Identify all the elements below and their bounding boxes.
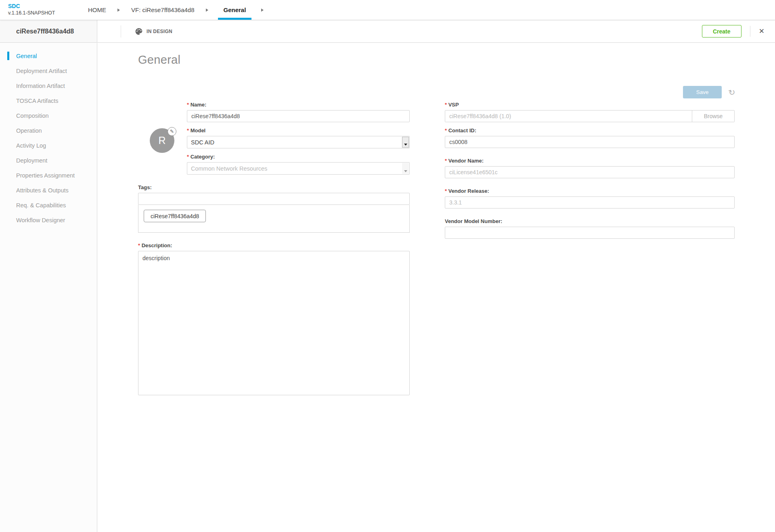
lifecycle-state-label: IN DESIGN [147,29,172,34]
breadcrumb-vf[interactable]: VF: ciRese7ff8436a4d8 [130,0,196,20]
sidebar-item-workflow-designer[interactable]: Workflow Designer [0,213,97,227]
vendor-name-label: Vendor Name: [445,158,735,164]
avatar-edit-icon[interactable]: ✎ [168,127,176,136]
name-input[interactable] [187,110,410,122]
vendor-model-number-field-group: Vendor Model Number: [445,218,735,239]
contact-id-label: Contact ID: [445,127,735,134]
vendor-release-input[interactable] [445,196,735,209]
avatar-letter: R [158,135,165,146]
sidebar-item-properties-assignment[interactable]: Properties Assignment [0,168,97,183]
sidebar-item-req-capabilities[interactable]: Req. & Capabilities [0,198,97,213]
vsp-label: VSP [445,102,735,108]
model-selected-value: SDC AID [191,139,214,146]
vendor-release-label: Vendor Release: [445,188,735,194]
category-field-group: Category: Common Network Resources [187,154,410,175]
vendor-model-number-input[interactable] [445,227,735,239]
contact-id-field-group: Contact ID: [445,127,735,148]
divider [121,25,121,38]
sidebar-item-attributes-outputs[interactable]: Attributes & Outputs [0,183,97,198]
description-label: Description: [138,242,410,248]
breadcrumb-general-active[interactable]: General [218,0,252,20]
contact-id-input[interactable] [445,136,735,148]
in-design-palette-icon [135,27,143,35]
entity-name: ciRese7ff8436a4d8 [16,28,74,35]
model-select[interactable]: SDC AID [187,136,410,148]
chevron-down-icon [402,163,409,174]
browse-button[interactable]: Browse [692,111,734,122]
form-right-column: VSP Browse Contact ID: Vendor Name: Vend… [445,102,735,402]
sidebar-item-deployment-artifact[interactable]: Deployment Artifact [0,63,97,78]
save-row: Save ↻ [683,86,735,98]
sidebar-item-activity-log[interactable]: Activity Log [0,138,97,153]
general-form: R ✎ Name: Model SDC AID [138,102,735,402]
tags-chip-area: ciRese7ff8436a4d8 [138,205,410,233]
chevron-down-icon [402,137,409,148]
breadcrumb: HOME VF: ciRese7ff8436a4d8 General [86,0,273,20]
tag-chip[interactable]: ciRese7ff8436a4d8 [144,210,206,222]
vendor-name-input[interactable] [445,166,735,178]
sdc-version: v.1.16.1-SNAPSHOT [8,10,55,17]
model-field-group: Model SDC AID [187,127,410,148]
sdc-app: SDC v.1.16.1-SNAPSHOT HOME VF: ciRese7ff… [0,0,775,532]
breadcrumb-arrow-icon [261,0,264,20]
vendor-name-field-group: Vendor Name: [445,158,735,178]
tags-input[interactable] [138,193,410,205]
tags-label: Tags: [138,184,410,190]
sdc-logo-name: SDC [8,3,55,10]
model-label: Model [187,127,410,134]
create-button[interactable]: Create [702,25,741,38]
category-label: Category: [187,154,410,160]
entity-header-right: IN DESIGN Create ✕ [97,20,775,42]
sidebar-item-composition[interactable]: Composition [0,108,97,123]
breadcrumb-arrow-icon [206,0,208,20]
description-textarea[interactable] [138,251,410,395]
sidebar-item-general[interactable]: General [0,48,97,63]
name-label: Name: [187,102,410,108]
description-field-group: Description: [138,242,410,397]
sdc-logo: SDC v.1.16.1-SNAPSHOT [8,3,55,16]
sidebar-item-tosca-artifacts[interactable]: TOSCA Artifacts [0,93,97,108]
sidebar-item-deployment[interactable]: Deployment [0,153,97,168]
close-icon[interactable]: ✕ [759,27,765,35]
vendor-release-field-group: Vendor Release: [445,188,735,209]
main-content: General Save ↻ R ✎ Name: Model [98,43,775,532]
form-left-column: R ✎ Name: Model SDC AID [138,102,410,402]
avatar: R ✎ [150,128,174,153]
divider [750,26,750,37]
category-selected-value: Common Network Resources [191,165,267,172]
sidebar-item-operation[interactable]: Operation [0,123,97,138]
page-title: General [138,53,180,67]
category-select[interactable]: Common Network Resources [187,162,410,175]
sidebar-item-information-artifact[interactable]: Information Artifact [0,78,97,93]
top-nav-bar: SDC v.1.16.1-SNAPSHOT HOME VF: ciRese7ff… [0,0,775,20]
breadcrumb-home[interactable]: HOME [86,0,108,20]
entity-name-panel: ciRese7ff8436a4d8 [0,20,97,42]
sidebar: General Deployment Artifact Information … [0,43,97,532]
refresh-icon[interactable]: ↻ [728,88,736,97]
breadcrumb-arrow-icon [117,0,120,20]
name-field-group: Name: [187,102,410,122]
tags-field-group: Tags: ciRese7ff8436a4d8 [138,184,410,233]
vendor-model-number-label: Vendor Model Number: [445,218,735,224]
entity-header: ciRese7ff8436a4d8 IN DESIGN Create ✕ [0,20,775,43]
save-button[interactable]: Save [683,86,722,98]
vsp-input[interactable] [445,111,692,122]
vsp-field-group: VSP Browse [445,102,735,122]
